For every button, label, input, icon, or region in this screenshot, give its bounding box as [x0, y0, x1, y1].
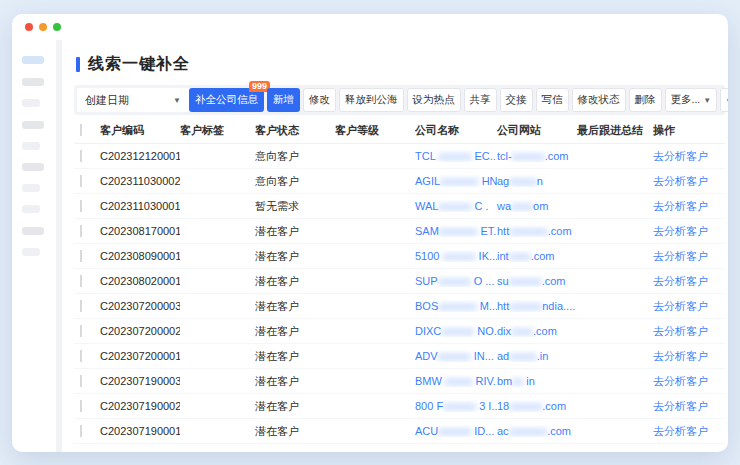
window-minimize-button[interactable] [39, 23, 47, 31]
page-title: 线索一键补全 [88, 54, 190, 75]
cell-company-link[interactable]: TCL xxxxxx EC... [415, 150, 497, 162]
analyze-customer-link[interactable]: 去分析客户 [653, 200, 708, 212]
analyze-customer-link[interactable]: 去分析客户 [653, 175, 708, 187]
window-close-button[interactable] [25, 23, 33, 31]
toolbar-button[interactable]: 写信 [536, 88, 569, 112]
redacted-text: xxxxx [509, 350, 537, 362]
analyze-customer-link[interactable]: 去分析客户 [653, 275, 708, 287]
table-row: C202311030001 暂无需求 WALxxxxxx C . waxxxxo… [74, 194, 725, 219]
column-header-company: 公司名称 [415, 123, 497, 138]
row-checkbox[interactable] [80, 175, 82, 187]
row-checkbox[interactable] [80, 425, 82, 437]
toolbar-button[interactable]: 共享 [464, 88, 497, 112]
sidebar-skeleton-item [22, 99, 40, 107]
row-checkbox[interactable] [80, 375, 82, 387]
sidebar-skeleton-item [22, 121, 44, 129]
analyze-customer-link[interactable]: 去分析客户 [653, 150, 708, 162]
cell-status: 潜在客户 [255, 224, 335, 239]
redacted-text: xxxxxx [438, 350, 471, 362]
table-row: C202312120001 意向客户 TCL xxxxxx EC... tcl-… [74, 144, 725, 169]
cell-company-link[interactable]: AGILxxxxxxx HN... [415, 175, 497, 187]
cell-company-link[interactable]: DIXCxxxxxx NO... [415, 325, 497, 337]
row-checkbox[interactable] [80, 325, 82, 337]
cell-website-link[interactable]: adxxxxx.in [497, 350, 577, 362]
sidebar-skeleton-item [22, 184, 40, 192]
toolbar-button[interactable]: 修改状态 [572, 88, 626, 112]
column-header-summary: 最后跟进总结 [577, 123, 653, 138]
cell-website-link[interactable]: httxxxxxxx.com [497, 225, 577, 237]
table-row: C202308020001 潜在客户 SUPxxxxxx O ... suxxx… [74, 269, 725, 294]
analyze-customer-link[interactable]: 去分析客户 [653, 400, 708, 412]
cell-code: C202307200001 [100, 350, 180, 362]
cell-website-link[interactable]: tcl-xxxxxx.com [497, 150, 577, 162]
redacted-text: xxxx [509, 250, 531, 262]
cell-company-link[interactable]: ACUxxxxxx ID... [415, 425, 497, 437]
table-row: C202307200003 潜在客户 BOSxxxxxxx M... httxx… [74, 294, 725, 319]
sidebar-skeleton-item [22, 248, 40, 256]
cell-website-link[interactable]: intxxxx.com [497, 250, 577, 262]
toolbar-button[interactable]: 更多... ▼ [665, 88, 718, 112]
redacted-text: xxxxxx [509, 275, 542, 287]
row-checkbox[interactable] [80, 150, 82, 162]
title-accent-bar [76, 57, 80, 72]
analyze-customer-link[interactable]: 去分析客户 [653, 375, 708, 387]
window-zoom-button[interactable] [53, 23, 61, 31]
toolbar-button[interactable]: 交接 [500, 88, 533, 112]
table-row: C202307190001 潜在客户 ACUxxxxxx ID... acxxx… [74, 419, 725, 444]
toolbar-button[interactable]: 释放到公海 [339, 88, 404, 112]
cell-status: 意向客户 [255, 149, 335, 164]
analyze-customer-link[interactable]: 去分析客户 [653, 350, 708, 362]
column-header-tag: 客户标签 [180, 123, 255, 138]
row-checkbox[interactable] [80, 400, 82, 412]
cell-code: C202311030001 [100, 200, 180, 212]
sidebar-skeleton-item [22, 78, 44, 86]
cell-website-link[interactable]: suxxxxxx.com [497, 275, 577, 287]
cell-website-link[interactable]: waxxxxom [497, 200, 577, 212]
row-checkbox[interactable] [80, 225, 82, 237]
row-checkbox[interactable] [80, 350, 82, 362]
date-filter-select[interactable]: 创建日期 ▼ [77, 88, 189, 112]
row-checkbox[interactable] [80, 200, 82, 212]
table-body: C202312120001 意向客户 TCL xxxxxx EC... tcl-… [74, 144, 725, 444]
cell-company-link[interactable]: SUPxxxxxx O ... [415, 275, 497, 287]
cell-company-link[interactable]: BMW xxxxx RIV... [415, 375, 497, 387]
toolbar-button[interactable]: 新增 [267, 88, 300, 112]
cell-website-link[interactable]: agxxxxxn [497, 175, 577, 187]
column-header-code: 客户编码 [100, 123, 180, 138]
customers-table: 客户编码 客户标签 客户状态 客户等级 公司名称 公司网站 最后跟进总结 操作 … [74, 117, 725, 452]
row-checkbox[interactable] [80, 300, 82, 312]
cell-website-link[interactable]: bmxx in [497, 375, 577, 387]
cell-status: 潜在客户 [255, 424, 335, 439]
cell-company-link[interactable]: 5100 xxxxxx IK... [415, 250, 497, 262]
redacted-text: xxxxxx [438, 275, 471, 287]
cell-website-link[interactable]: httxxxxxxndia.... [497, 300, 577, 312]
cell-company-link[interactable]: 800 Fxxxxxx 3 I... [415, 400, 497, 412]
analyze-customer-link[interactable]: 去分析客户 [653, 300, 708, 312]
redacted-text: xxxxxx [438, 200, 471, 212]
cell-code: C202308020001 [100, 275, 180, 287]
analyze-customer-link[interactable]: 去分析客户 [653, 225, 708, 237]
analyze-customer-link[interactable]: 去分析客户 [653, 250, 708, 262]
cell-company-link[interactable]: WALxxxxxx C . [415, 200, 497, 212]
select-all-checkbox[interactable] [80, 124, 82, 136]
row-checkbox[interactable] [80, 275, 82, 287]
toolbar-button[interactable]: 删除 [629, 88, 662, 112]
cell-website-link[interactable]: 18xxxxxx.com [497, 400, 577, 412]
toolbar-button[interactable]: 修改 [303, 88, 336, 112]
sync-icon[interactable] [720, 88, 728, 112]
analyze-customer-link[interactable]: 去分析客户 [653, 425, 708, 437]
row-checkbox[interactable] [80, 250, 82, 262]
sidebar-skeleton-item [22, 142, 40, 150]
cell-website-link[interactable]: dixxxxx.com [497, 325, 577, 337]
cell-code: C202311030002 [100, 175, 180, 187]
cell-status: 意向客户 [255, 174, 335, 189]
analyze-customer-link[interactable]: 去分析客户 [653, 325, 708, 337]
main-panel: 线索一键补全 创建日期 ▼ 补全公司信息 999 新增 修改 释放到公海 设为热… [62, 40, 728, 452]
cell-company-link[interactable]: BOSxxxxxxx M... [415, 300, 497, 312]
cell-company-link[interactable]: ADVxxxxxx IN... [415, 350, 497, 362]
toolbar-button[interactable]: 补全公司信息 999 [189, 88, 264, 112]
cell-website-link[interactable]: acxxxxxxx.com [497, 425, 577, 437]
cell-status: 潜在客户 [255, 324, 335, 339]
toolbar-button[interactable]: 设为热点 [407, 88, 461, 112]
cell-company-link[interactable]: SAMxxxxxxx ET... [415, 225, 497, 237]
